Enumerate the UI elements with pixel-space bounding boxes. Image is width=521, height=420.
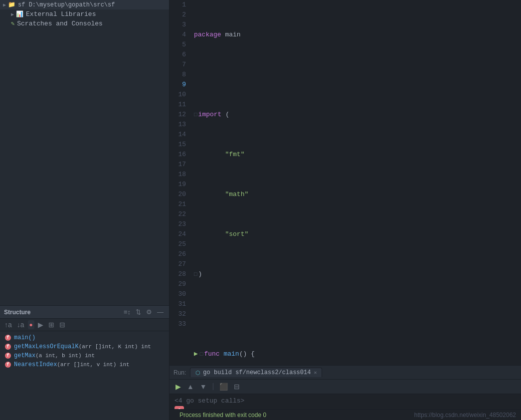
ln-33: 33 [174, 319, 186, 329]
ln-12: 12 [174, 110, 186, 120]
func-params-getmax: (arr []int, K int) int [79, 344, 151, 350]
sidebar: ▶ 📁 sf D:\mysetup\gopath\src\sf ▶ 📊 Exte… [0, 0, 170, 420]
ln-21: 21 [174, 200, 186, 210]
sidebar-item-scratches[interactable]: ✎ Scratches and Consoles [0, 19, 169, 28]
code-line-1: package main [194, 30, 521, 40]
filter2-button[interactable]: ⊟ [58, 320, 67, 329]
run-label: Run: [174, 369, 186, 376]
struct-item-main[interactable]: f main() [0, 333, 169, 342]
code-line-3: □ import ( [194, 110, 521, 120]
structure-header: Structure ≡↕ ⇅ ⚙ — [0, 306, 169, 319]
editor-area: 1 2 3 4 5 6 7 8 9 10 11 12 13 14 15 16 1… [170, 0, 521, 420]
ln-15: 15 [174, 140, 186, 150]
main-layout: ▶ 📁 sf D:\mysetup\gopath\src\sf ▶ 📊 Exte… [0, 0, 521, 420]
scratches-label: Scratches and Consoles [17, 20, 103, 27]
highlight-button[interactable]: ● [28, 320, 34, 329]
line-numbers: 1 2 3 4 5 6 7 8 9 10 11 12 13 14 15 16 1… [170, 0, 192, 365]
func-name-main: main() [14, 334, 35, 341]
struct-item-nearest[interactable]: f NearestIndex (arr []int, v int) int [0, 360, 169, 369]
ln-32: 32 [174, 309, 186, 319]
scroll-down-button[interactable]: ▼ [198, 382, 209, 392]
ln-19: 19 [174, 180, 186, 190]
ln-7: 7 [174, 60, 186, 70]
fn-main: main [223, 349, 239, 359]
code-line-8 [194, 309, 521, 319]
run-tabs-bar: Run: ⬡ go build sf/newclass2/class014 ✕ [170, 366, 521, 380]
run-arrow-9: ▶ [194, 349, 198, 359]
fold-7[interactable]: □ [194, 269, 197, 279]
scratch-icon: ✎ [11, 20, 14, 27]
sort-desc-button[interactable]: ↓a [15, 320, 26, 329]
close-structure-button[interactable]: — [156, 308, 165, 316]
func-name-nearest: NearestIndex [14, 361, 57, 368]
expand-button[interactable]: ▶ [36, 320, 45, 329]
file-tree: ▶ 📁 sf D:\mysetup\gopath\src\sf ▶ 📊 Exte… [0, 0, 169, 305]
kw-import: import [198, 110, 222, 120]
filter-button[interactable]: ⊟ [232, 382, 242, 392]
sort-alpha-button[interactable]: ≡↕ [122, 308, 132, 316]
sort-asc-button[interactable]: ↑a [3, 320, 13, 329]
code-lines: package main □ import ( "fmt" "math" [192, 0, 521, 365]
structure-title: Structure [4, 309, 30, 316]
ln-10: 10 [174, 90, 186, 100]
run-toolbar: ▶ ▲ ▼ ⬛ ⊟ [170, 380, 521, 394]
code-line-6: "sort" [194, 229, 521, 239]
sidebar-item-sf[interactable]: ▶ 📁 sf D:\mysetup\gopath\src\sf [0, 0, 169, 9]
code-container[interactable]: 1 2 3 4 5 6 7 8 9 10 11 12 13 14 15 16 1… [170, 0, 521, 365]
str-sort: "sort" [225, 229, 248, 239]
ln-26: 26 [174, 249, 186, 259]
ln-27: 27 [174, 259, 186, 269]
func-name-getmaxab: getMax [14, 352, 35, 359]
wrap-button[interactable]: ⬛ [217, 382, 230, 392]
ln-14: 14 [174, 130, 186, 140]
func-params-getmaxab: (a int, b int) int [35, 353, 95, 359]
ln-5: 5 [174, 40, 186, 50]
close-tab-icon[interactable]: ✕ [314, 370, 317, 376]
error-dot-getmax: f [5, 344, 11, 350]
chevron-right-icon: ▶ [3, 2, 6, 8]
fold-9[interactable]: □ [200, 349, 203, 359]
fold-3[interactable]: □ [194, 110, 197, 120]
output-line-setup: <4 go setup calls> [174, 396, 516, 406]
play-button[interactable]: ▶ [174, 382, 183, 392]
code-line-9: ▶ □ func main() { [194, 349, 521, 359]
sidebar-item-external-libs[interactable]: ▶ 📊 External Libraries [0, 9, 169, 19]
ln-3: 3 [174, 20, 186, 30]
library-icon: 📊 [16, 10, 23, 18]
ln-23: 23 [174, 219, 186, 229]
filter1-button[interactable]: ⊞ [47, 320, 56, 329]
ln-31: 31 [174, 299, 186, 309]
ln-6: 6 [174, 50, 186, 60]
run-output: <4 go setup calls> 6 [170, 394, 521, 409]
ln-22: 22 [174, 210, 186, 219]
scroll-up-button[interactable]: ▲ [185, 382, 196, 392]
struct-item-getmax[interactable]: f getMaxLessOrEqualK (arr []int, K int) … [0, 342, 169, 351]
ln-2: 2 [174, 10, 186, 20]
run-tab-build[interactable]: ⬡ go build sf/newclass2/class014 ✕ [190, 368, 322, 377]
error-dot-getmaxab: f [5, 353, 11, 359]
ln-1: 1 [174, 0, 186, 10]
settings-button[interactable]: ⚙ [145, 308, 154, 316]
code-line-5: "math" [194, 190, 521, 200]
blog-url: https://blog.csdn.net/weixin_48502062 [414, 412, 516, 419]
ln-4: 4 [174, 30, 186, 40]
ln-13: 13 [174, 120, 186, 130]
structure-toolbar: ≡↕ ⇅ ⚙ — [122, 308, 165, 316]
code-line-2 [194, 70, 521, 80]
ln-30: 30 [174, 289, 186, 299]
struct-item-getmaxab[interactable]: f getMax (a int, b int) int [0, 351, 169, 360]
func-params-nearest: (arr []int, v int) int [57, 362, 129, 368]
ext-libs-label: External Libraries [26, 10, 96, 18]
sort-by-type-button[interactable]: ⇅ [134, 308, 143, 316]
ln-8: 8 [174, 70, 186, 80]
bottom-panel: Run: ⬡ go build sf/newclass2/class014 ✕ … [170, 365, 521, 420]
error-dot-nearest: f [5, 362, 11, 368]
kw-func-main: func [204, 349, 219, 359]
process-status: Process finished with exit code 0 [174, 410, 414, 420]
chevron-right-icon: ▶ [11, 11, 14, 17]
ln-29: 29 [174, 279, 186, 289]
ln-16: 16 [174, 150, 186, 160]
ln-20: 20 [174, 190, 186, 200]
sf-label: sf D:\mysetup\gopath\src\sf [18, 1, 115, 8]
ln-9: 9 [174, 80, 186, 90]
